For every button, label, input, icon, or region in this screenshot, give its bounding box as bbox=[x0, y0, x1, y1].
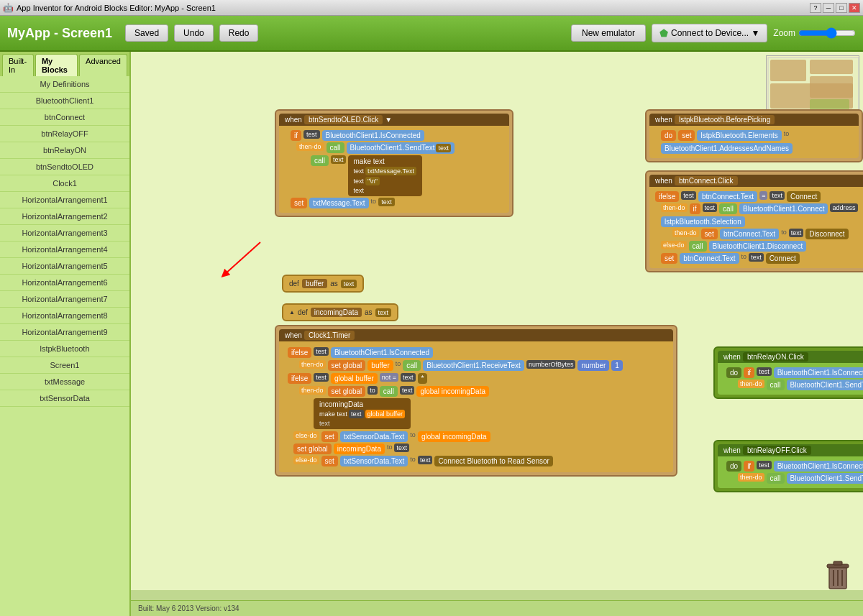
undo-button[interactable]: Undo bbox=[174, 24, 214, 42]
blocks-canvas[interactable]: when btnSendtoOLED.Click ▼ if test Bluet… bbox=[131, 52, 863, 616]
saved-button[interactable]: Saved bbox=[125, 24, 168, 42]
to-c3: to bbox=[367, 386, 378, 395]
sidebar-item-ha8[interactable]: HorizontalArrangement8 bbox=[0, 308, 129, 324]
btn-connect-event-name: btnConnect.Click bbox=[675, 176, 738, 185]
sidebar-tabs: Built-In My Blocks Advanced bbox=[0, 52, 129, 76]
main-area: Built-In My Blocks Advanced My Definitio… bbox=[0, 52, 863, 616]
not-equal: not = bbox=[380, 373, 398, 382]
call-receive-text: call bbox=[403, 360, 421, 371]
sidebar-item-ha4[interactable]: HorizontalArrangement4 bbox=[0, 242, 129, 258]
sidebar-item-btn-connect[interactable]: btnConnect bbox=[0, 109, 129, 126]
btn-connect-text-3c: btnConnect.Text bbox=[720, 229, 779, 239]
sidebar-item-my-definitions[interactable]: My Definitions bbox=[0, 76, 129, 93]
if-block-1: if bbox=[291, 130, 301, 141]
minimize-button[interactable]: ─ bbox=[823, 3, 834, 13]
bt-addresses: BluetoothClient1.AddressesAndNames bbox=[661, 143, 793, 154]
clock-event-name: Clock1.Timer bbox=[304, 331, 355, 340]
connect-device-button[interactable]: ⬟ Connect to Device... ▼ bbox=[652, 24, 767, 42]
sidebar: Built-In My Blocks Advanced My Definitio… bbox=[0, 52, 131, 616]
disconnect-val: Disconnect bbox=[805, 229, 848, 239]
svg-line-6 bbox=[224, 242, 260, 275]
then-do-3c: then-do bbox=[672, 229, 699, 237]
test-label-3: test bbox=[681, 191, 696, 200]
bt-connected-relay-off: BluetoothClient1.IsConnected bbox=[774, 461, 863, 472]
svg-rect-10 bbox=[834, 561, 842, 565]
sidebar-item-txt-message[interactable]: txtMessage bbox=[0, 374, 129, 390]
new-emulator-button[interactable]: New emulator bbox=[571, 24, 646, 42]
text-label-3: text bbox=[770, 191, 785, 200]
title-bar-text: App Inventor for Android Blocks Editor: … bbox=[17, 4, 216, 12]
then-do-3: then-do bbox=[661, 203, 688, 212]
sidebar-item-ha5[interactable]: HorizontalArrangement5 bbox=[0, 258, 129, 275]
maximize-button[interactable]: □ bbox=[836, 3, 847, 13]
to-label-1: to bbox=[371, 198, 377, 205]
sidebar-item-btn-send-oled[interactable]: btnSendtoOLED bbox=[0, 159, 129, 175]
to-label-lstpk: to bbox=[784, 130, 790, 137]
buffer-name: buffer bbox=[302, 279, 327, 288]
horizontal-scrollbar[interactable] bbox=[131, 590, 863, 600]
sidebar-item-ha2[interactable]: HorizontalArrangement2 bbox=[0, 208, 129, 225]
svg-rect-1 bbox=[770, 60, 806, 81]
title-bar: 🤖 App Inventor for Android Blocks Editor… bbox=[0, 0, 863, 16]
relay-on-block: when btnRelayON.Click do if test Bluetoo… bbox=[713, 346, 863, 399]
set-global-c3: set global bbox=[328, 386, 366, 397]
sidebar-item-ha1[interactable]: HorizontalArrangement1 bbox=[0, 192, 129, 208]
relay-off-block: when btnRelayOFF.Click do if test Blueto… bbox=[713, 440, 863, 492]
tab-my-blocks[interactable]: My Blocks bbox=[35, 54, 78, 76]
sidebar-item-btn-relay-off[interactable]: btnRelayOFF bbox=[0, 126, 129, 142]
sidebar-item-clock1[interactable]: Clock1 bbox=[0, 175, 129, 192]
then-do-label-1: then-do bbox=[296, 142, 324, 151]
num-1: 1 bbox=[611, 360, 623, 371]
text-c3: text bbox=[400, 386, 415, 395]
sidebar-item-btn-relay-on[interactable]: btnRelayON bbox=[0, 142, 129, 159]
sidebar-item-ha6[interactable]: HorizontalArrangement6 bbox=[0, 275, 129, 291]
sidebar-item-ha3[interactable]: HorizontalArrangement3 bbox=[0, 225, 129, 242]
to-c6: to bbox=[410, 456, 416, 463]
address-label: address bbox=[830, 203, 857, 212]
lstpk-elements: lstpkBluetooth.Elements bbox=[697, 130, 781, 141]
connect-text-val: Connect bbox=[787, 191, 821, 202]
when-label-relay-off: when bbox=[723, 446, 741, 454]
bt-connected-clock: BluetoothClient1.IsConnected bbox=[331, 347, 433, 358]
when-label-3: when bbox=[655, 177, 672, 185]
test-relay-on: test bbox=[757, 367, 772, 376]
relay-off-event-name: btnRelayOFF.Click bbox=[743, 446, 811, 455]
when-label-clock: when bbox=[285, 331, 302, 339]
close-button[interactable]: ✕ bbox=[849, 3, 860, 13]
sidebar-item-ha7[interactable]: HorizontalArrangement7 bbox=[0, 291, 129, 308]
bt-sendtext-relay-off: BluetoothClient1.SendText bbox=[787, 473, 863, 484]
trash-icon[interactable] bbox=[823, 558, 852, 594]
clock1-timer-block: when Clock1.Timer ifelse test BluetoothC… bbox=[275, 325, 677, 477]
sidebar-item-bluetooth-client[interactable]: BluetoothClient1 bbox=[0, 93, 129, 109]
red-arrow-svg bbox=[210, 239, 268, 282]
zoom-slider[interactable] bbox=[798, 27, 856, 39]
sidebar-item-screen1[interactable]: Screen1 bbox=[0, 357, 129, 374]
relay-on-event-name: btnRelayON.Click bbox=[743, 352, 808, 362]
test-clock2: test bbox=[314, 373, 329, 382]
when-label-relay-on: when bbox=[723, 353, 741, 361]
redo-button[interactable]: Redo bbox=[219, 24, 259, 42]
set-block-1: set bbox=[291, 198, 307, 208]
sidebar-items-list: My Definitions BluetoothClient1 btnConne… bbox=[0, 76, 129, 616]
txtSensor-c4: txtSensorData.Text bbox=[340, 431, 408, 442]
if-3b: if bbox=[690, 203, 700, 214]
sidebar-item-lstpk[interactable]: lstpkBluetooth bbox=[0, 341, 129, 357]
help-button[interactable]: ? bbox=[810, 3, 821, 13]
txtmessage-text-1: txtMessage.Text bbox=[309, 198, 368, 208]
def-arrow-incoming: ▲ bbox=[289, 309, 295, 316]
set-c6: set bbox=[321, 456, 338, 466]
incoming-name: incomingData bbox=[311, 308, 362, 317]
set-c4: set bbox=[321, 431, 338, 442]
text-empty-1: text bbox=[378, 198, 395, 206]
call-relay-off: call bbox=[767, 473, 785, 484]
btn-connect-click-block: when btnConnect.Click ifelse test btnCon… bbox=[645, 170, 863, 272]
minimap bbox=[766, 55, 859, 113]
to-c5: to bbox=[387, 443, 393, 451]
connect-val: Connect bbox=[766, 253, 800, 264]
lstpk-before-picking-block: when lstpkBluetooth.BeforePicking do set… bbox=[645, 109, 863, 162]
sidebar-item-ha9[interactable]: HorizontalArrangement9 bbox=[0, 324, 129, 341]
to-3e: to bbox=[741, 253, 747, 260]
sidebar-item-txt-sensor[interactable]: txtSensorData bbox=[0, 390, 129, 407]
tab-advanced[interactable]: Advanced bbox=[79, 54, 127, 76]
tab-built-in[interactable]: Built-In bbox=[2, 54, 34, 76]
